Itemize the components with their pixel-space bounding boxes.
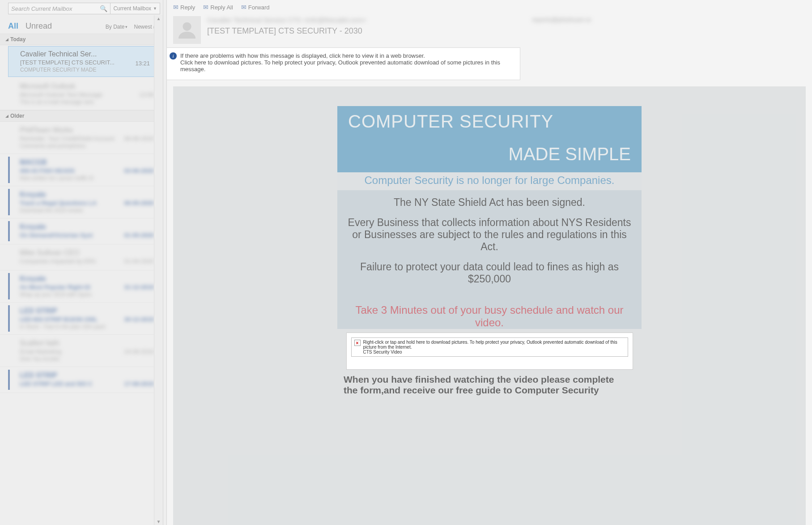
message-item[interactable]: LED STRIP LED-602-STRIP B10/30-150L In S… — [0, 303, 163, 335]
group-header-older[interactable]: ◢ Older — [0, 110, 163, 122]
collapse-icon: ◢ — [5, 37, 9, 42]
reading-pane: ✉ Reply ✉ Reply All ✉ Forward Cavalier T… — [167, 0, 812, 525]
message-item[interactable]: PhillTeam Works Reminder: Your Credit/De… — [0, 122, 163, 154]
svg-point-0 — [183, 22, 191, 31]
message-item[interactable]: Kroyale An Most Popular Right-Gl Wrap up… — [0, 270, 163, 303]
message-sender: Cavalier Technical Ser... — [20, 50, 153, 58]
broken-image-icon: × — [354, 340, 361, 346]
search-icon[interactable]: 🔍 — [100, 5, 107, 12]
forward-icon: ✉ — [241, 4, 247, 11]
reply-icon: ✉ — [173, 4, 179, 11]
hero-subtitle: MADE SIMPLE — [348, 144, 631, 164]
collapse-icon: ◢ — [5, 114, 9, 118]
blocked-image-block[interactable]: × Right-click or tap and hold here to do… — [346, 333, 633, 370]
message-item[interactable]: Microsoft Outlook Microsoft Outlook Test… — [0, 78, 163, 110]
sort-by-dropdown[interactable]: By Date▾ — [106, 24, 128, 30]
email-body: COMPUTER SECURITY MADE SIMPLE Computer S… — [173, 86, 806, 525]
message-item[interactable]: Scalfert faith Email Marketing Give You … — [0, 335, 163, 367]
person-icon — [177, 20, 197, 40]
paragraph: Every Business that collects information… — [347, 217, 632, 253]
tab-all[interactable]: All — [8, 21, 18, 31]
body-content: The NY State Shield Act has been signed.… — [337, 190, 642, 300]
message-list: ◢ Today Cavalier Technical Ser... [TEST … — [0, 34, 163, 525]
sort-order-toggle[interactable]: Newest↓ — [134, 24, 155, 30]
message-item[interactable]: Kroyale Track a Regal Questions LA Downl… — [0, 186, 163, 218]
hero-banner: COMPUTER SECURITY MADE SIMPLE — [337, 106, 642, 172]
subject-line: [TEST TEMPLATE] CTS SECURITY - 2030 — [207, 26, 806, 36]
search-scope-dropdown[interactable]: Current Mailbox ▼ — [111, 3, 160, 14]
message-item[interactable]: LED STRIP LED STRIP LED and 503 C 17-08-… — [0, 367, 163, 393]
tab-unread[interactable]: Unread — [26, 21, 52, 31]
chevron-down-icon: ▾ — [125, 25, 128, 29]
forward-button[interactable]: ✉ Forward — [241, 4, 270, 11]
info-bar[interactable]: i If there are problems with how this me… — [167, 47, 520, 80]
scroll-down-icon[interactable]: ▼ — [157, 519, 161, 524]
blocked-image-text: Right-click or tap and hold here to down… — [363, 340, 625, 354]
message-item[interactable]: MACGB 450-43 FISH HEADS New written for … — [0, 154, 163, 186]
to-field: reports@phishcam.io — [532, 16, 591, 24]
reply-all-button[interactable]: ✉ Reply All — [203, 4, 233, 11]
message-time: 13:21 — [135, 60, 150, 67]
closing-text: When you have finished watching the vide… — [337, 370, 642, 396]
message-item[interactable]: Kroyale On Demand/Victorian Syst 01-05-2… — [0, 218, 163, 244]
call-to-action: Take 3 Minutes out of your busy schedule… — [337, 300, 642, 329]
message-subject: [TEST TEMPLATE] CTS SECURIT... — [20, 59, 153, 66]
avatar — [173, 16, 201, 44]
message-item[interactable]: Mike Sullivan CEO Companies Impacted by … — [0, 244, 163, 270]
message-list-pane: 🔍 Current Mailbox ▼ All Unread By Date▾ … — [0, 0, 163, 525]
message-item-selected[interactable]: Cavalier Technical Ser... [TEST TEMPLATE… — [8, 46, 159, 77]
chevron-down-icon: ▼ — [153, 6, 157, 11]
search-input[interactable] — [11, 5, 98, 12]
info-bar-line1: If there are problems with how this mess… — [180, 52, 514, 59]
search-box[interactable]: 🔍 — [8, 3, 111, 14]
search-scope-label: Current Mailbox — [113, 5, 151, 12]
info-icon: i — [170, 52, 177, 60]
paragraph: The NY State Shield Act has been signed. — [347, 196, 632, 209]
reply-all-icon: ✉ — [203, 4, 208, 11]
hero-title: COMPUTER SECURITY — [348, 111, 631, 132]
reply-button[interactable]: ✉ Reply — [173, 4, 195, 11]
subheading: Computer Security is no longer for large… — [337, 172, 642, 190]
scrollbar[interactable]: ▲ ▼ — [154, 15, 163, 525]
from-field: Cavalier Technical Service CTS <info@the… — [207, 16, 366, 24]
message-preview: COMPUTER SECURITY MADE — [20, 67, 153, 73]
group-header-today[interactable]: ◢ Today — [0, 34, 163, 45]
scroll-up-icon[interactable]: ▲ — [157, 16, 161, 21]
info-bar-line2: Click here to download pictures. To help… — [180, 59, 514, 73]
paragraph: Failure to protect your data could lead … — [347, 261, 632, 285]
pane-divider[interactable] — [163, 0, 167, 525]
